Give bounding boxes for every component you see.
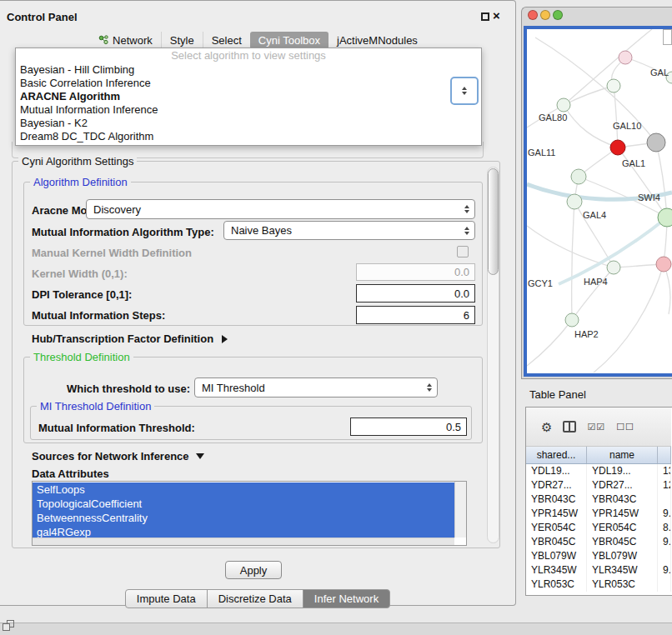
network-node[interactable] xyxy=(567,194,582,209)
algorithm-option-bayesian-k2[interactable]: Bayesian - K2 xyxy=(16,117,481,130)
table-cell: 12 xyxy=(658,478,671,492)
attribute-item-selfloops[interactable]: SelfLoops xyxy=(33,482,454,497)
table-cell: YBR045C xyxy=(526,535,587,549)
table-row[interactable]: YLR345WYLR345W9. xyxy=(526,563,671,578)
attribute-item-gal4rgexp[interactable]: gal4RGexp xyxy=(33,525,454,538)
tab-cyni-toolbox[interactable]: Cyni Toolbox xyxy=(250,32,328,49)
mi-threshold-field[interactable]: 0.5 xyxy=(350,418,467,436)
spinner-focus-fragment[interactable] xyxy=(450,77,479,105)
sources-for-network-inference-section[interactable]: Sources for Network Inference xyxy=(32,450,204,462)
attribute-item-topologicalcoefficient[interactable]: TopologicalCoefficient xyxy=(33,497,454,511)
column-header-shared[interactable]: shared... xyxy=(526,447,587,463)
manual-kernel-width-label: Manual Kernel Width Definition xyxy=(32,247,192,259)
tab-style[interactable]: Style xyxy=(161,32,203,49)
network-node[interactable] xyxy=(647,133,665,152)
algorithm-option-bayesian-hill-climbing[interactable]: Bayesian - Hill Climbing xyxy=(16,63,481,77)
close-icon[interactable]: × xyxy=(493,8,500,22)
tab-label: Style xyxy=(170,34,194,47)
close-traffic-icon[interactable] xyxy=(528,10,538,20)
algorithm-option-dream8-dc-tdc-algorithm[interactable]: Dream8 DC_TDC Algorithm xyxy=(16,130,481,143)
network-edge[interactable] xyxy=(572,202,574,320)
algorithm-option-aracne-algorithm[interactable]: ARACNE Algorithm xyxy=(16,90,481,103)
hub-transcription-factor-section[interactable]: Hub/Transcription Factor Definition xyxy=(32,332,228,345)
settings-group-title: Cyni Algorithm Settings xyxy=(18,155,137,168)
data-attributes-list-items: SelfLoopsTopologicalCoefficientBetweenne… xyxy=(33,482,454,538)
attributes-horizontal-scrollbar[interactable] xyxy=(33,538,454,545)
settings-scrollbar-thumb[interactable] xyxy=(488,168,499,275)
algorithm-popup-header: Select algorithm to view settings xyxy=(16,48,481,63)
network-node[interactable] xyxy=(607,261,620,274)
network-node[interactable] xyxy=(565,313,579,327)
attribute-item-betweennesscentrality[interactable]: BetweennessCentrality xyxy=(33,511,454,525)
network-node[interactable] xyxy=(656,257,671,272)
apply-button[interactable]: Apply xyxy=(225,561,282,579)
taskbar-strip xyxy=(0,622,672,635)
table-cell: YPR145W xyxy=(587,507,658,521)
minimize-traffic-icon[interactable] xyxy=(540,10,550,20)
table-row[interactable]: YPR145WYPR145W9. xyxy=(526,507,671,521)
table-cell: YLR053C xyxy=(526,578,587,592)
table-cell: YBL079W xyxy=(587,549,658,563)
column-header-extra[interactable] xyxy=(658,447,671,463)
aracne-mode-combo[interactable]: Discovery xyxy=(86,199,475,219)
table-cell: 13 xyxy=(658,464,671,478)
network-edge[interactable] xyxy=(527,320,572,366)
network-edge[interactable] xyxy=(564,86,614,105)
spinner-up-icon xyxy=(462,87,467,90)
mi-steps-field[interactable]: 6 xyxy=(356,306,475,324)
network-node[interactable] xyxy=(610,140,625,155)
table-row[interactable]: YER054CYER054C8. xyxy=(526,521,671,535)
table-cell: YLR345W xyxy=(526,563,587,578)
table-row[interactable]: YDL19...YDL19...13 xyxy=(526,464,671,478)
float-window-icon[interactable] xyxy=(481,12,489,21)
network-node[interactable] xyxy=(607,79,620,92)
tab-select[interactable]: Select xyxy=(203,32,250,49)
aracne-mode-value: Discovery xyxy=(93,203,141,216)
table-row[interactable]: YBL079WYBL079W xyxy=(526,549,671,563)
network-edge[interactable] xyxy=(564,105,618,148)
attributes-vertical-scrollbar[interactable] xyxy=(454,482,466,538)
show-unchecked-icon[interactable]: ☐☐ xyxy=(616,422,634,432)
network-scrollbar-fragment[interactable] xyxy=(663,29,672,45)
settings-gear-icon[interactable]: ⚙ xyxy=(541,421,552,433)
network-node[interactable] xyxy=(658,208,672,227)
bottom-tab-discretize-data[interactable]: Discretize Data xyxy=(207,589,303,608)
network-node[interactable] xyxy=(571,169,586,184)
table-row[interactable]: YLR053CYLR053C xyxy=(526,578,671,592)
zoom-traffic-icon[interactable] xyxy=(553,10,563,20)
table-row[interactable]: YBR043CYBR043C xyxy=(526,492,671,507)
table-cell: YBL079W xyxy=(526,549,587,563)
mi-algorithm-type-combo[interactable]: Naive Bayes xyxy=(223,221,475,240)
algorithm-option-basic-correlation-inference[interactable]: Basic Correlation Inference xyxy=(16,77,481,90)
bottom-tab-infer-network[interactable]: Infer Network xyxy=(303,589,390,608)
dpi-tolerance-field[interactable]: 0.0 xyxy=(356,284,475,302)
table-cell: YDL19... xyxy=(526,464,587,478)
algorithm-option-mutual-information-inference[interactable]: Mutual Information Inference xyxy=(16,103,481,117)
bottom-tab-impute-data[interactable]: Impute Data xyxy=(125,589,208,608)
table-cell: YLR345W xyxy=(587,563,658,578)
network-edge[interactable] xyxy=(564,29,652,105)
tab-network[interactable]: Network xyxy=(90,32,161,49)
restore-window-icon[interactable] xyxy=(3,620,16,632)
window-traffic-lights xyxy=(528,10,563,20)
column-header-name[interactable]: name xyxy=(587,447,658,463)
table-row[interactable]: YBR045CYBR045C9. xyxy=(526,535,671,549)
network-node[interactable] xyxy=(557,98,570,112)
show-checked-icon[interactable]: ☑☑ xyxy=(587,422,605,432)
tab-jactivemnodules[interactable]: jActiveMNodules xyxy=(328,32,426,49)
column-chooser-icon[interactable] xyxy=(563,421,576,432)
table-row[interactable]: YDR27...YDR27...12 xyxy=(526,478,671,492)
manual-kernel-width-checkbox[interactable] xyxy=(457,246,469,258)
data-attributes-list: SelfLoopsTopologicalCoefficientBetweenne… xyxy=(32,481,467,546)
network-canvas[interactable]: GALGAL80GAL10GAL11GAL1SWI4GAL4GCY1HAP4HA… xyxy=(527,29,672,373)
table-cell: 9. xyxy=(658,507,671,521)
node-label-gal: GAL xyxy=(650,68,669,78)
network-node[interactable] xyxy=(619,51,632,64)
algorithm-popup-items: Bayesian - Hill ClimbingBasic Correlatio… xyxy=(16,63,481,143)
network-edge[interactable] xyxy=(614,86,618,148)
network-edge[interactable] xyxy=(656,142,667,218)
which-threshold-combo[interactable]: MI Threshold xyxy=(194,378,438,398)
which-threshold-label: Which threshold to use: xyxy=(67,382,190,395)
control-panel-tabs: NetworkStyleSelectCyni ToolboxjActiveMNo… xyxy=(0,31,516,49)
combo-arrows-icon xyxy=(464,205,469,213)
